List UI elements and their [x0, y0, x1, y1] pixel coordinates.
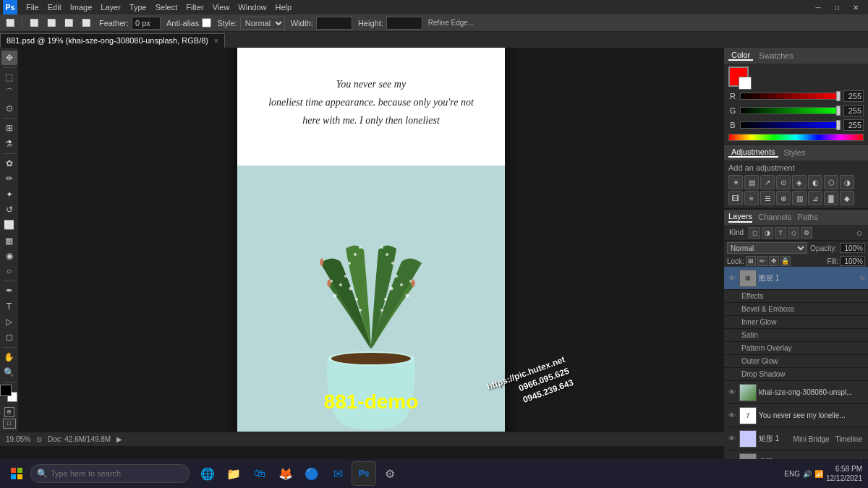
menu-help[interactable]: Help [271, 0, 296, 14]
screen-mode-btn[interactable]: □ [3, 419, 16, 429]
bw-btn[interactable]: ◑ [840, 175, 854, 189]
layer-1-visibility[interactable]: 👁 [727, 273, 737, 283]
inner-glow-effect[interactable]: Inner Glow [724, 316, 868, 329]
crop-tool[interactable]: ⊞ [1, 121, 17, 135]
hand-tool[interactable]: ✋ [1, 350, 17, 364]
menu-type[interactable]: Type [125, 0, 151, 14]
taskbar-store-icon[interactable]: 🛍 [247, 461, 272, 486]
layer-item-1[interactable]: 👁 ▦ 图层 1 fx [724, 267, 868, 290]
menu-file[interactable]: File [22, 0, 43, 14]
curves-btn[interactable]: ↗ [760, 175, 775, 189]
layers-tab[interactable]: Layers [728, 212, 752, 223]
channels-tab[interactable]: Channels [758, 213, 791, 222]
marquee-tool[interactable]: ⬜ [27, 16, 41, 30]
refine-edge-btn[interactable]: Refine Edge... [425, 16, 477, 30]
filter-type-btn[interactable]: T [775, 227, 786, 239]
color-balance-btn[interactable]: ⬡ [824, 175, 838, 189]
styles-tab[interactable]: Styles [781, 148, 809, 157]
lock-transparent-btn[interactable]: ⊞ [746, 256, 756, 266]
tray-icon-2[interactable]: 📶 [814, 470, 823, 478]
fill-input[interactable] [840, 256, 865, 266]
healing-brush-tool[interactable]: ✿ [1, 156, 17, 171]
tab-close-btn[interactable]: × [214, 37, 218, 45]
menu-layer[interactable]: Layer [96, 0, 125, 14]
taskbar-folder-icon[interactable]: 📁 [221, 461, 246, 486]
layer-item-3[interactable]: 👁 T You never see my lonelie... [724, 404, 868, 427]
pattern-overlay-effect[interactable]: Pattern Overlay [724, 342, 868, 355]
r-value-input[interactable] [843, 90, 864, 102]
paths-tab[interactable]: Paths [798, 213, 818, 222]
zoom-tool[interactable]: 🔍 [1, 365, 17, 380]
eraser-tool[interactable]: ⬜ [1, 218, 17, 232]
color-panel-header[interactable]: Color Swatches [724, 48, 868, 64]
color-picker[interactable] [0, 385, 19, 403]
bevel-emboss-effect[interactable]: Bevel & Emboss [724, 303, 868, 316]
menu-window[interactable]: Window [234, 0, 271, 14]
filter-pixel-btn[interactable]: ◻ [749, 227, 760, 239]
mini-bridge-label[interactable]: Mini Bridge [793, 435, 830, 443]
opacity-input[interactable] [840, 243, 865, 253]
layer-4-visibility[interactable]: 👁 [727, 434, 737, 444]
drop-shadow-effect[interactable]: Drop Shadow [724, 368, 868, 381]
marquee-tool-icon[interactable]: ⬚ [1, 70, 17, 85]
close-button[interactable]: ✕ [846, 0, 865, 14]
maximize-button[interactable]: □ [827, 0, 846, 14]
adjustments-panel-header[interactable]: Adjustments Styles [724, 145, 868, 160]
taskbar-firefox-icon[interactable]: 🦊 [273, 461, 298, 486]
r-slider[interactable] [740, 93, 841, 100]
width-input[interactable] [316, 17, 352, 30]
layer-2-visibility[interactable]: 👁 [727, 388, 737, 398]
exposure-btn[interactable]: ⊙ [776, 175, 791, 189]
lock-image-btn[interactable]: ✏ [757, 256, 767, 266]
taskbar-edge-icon[interactable]: 🌐 [195, 461, 220, 486]
status-icon[interactable]: ⊙ [36, 435, 42, 443]
photo-filter-btn[interactable]: 🎞 [728, 191, 743, 205]
lock-all-btn[interactable]: 🔒 [780, 256, 791, 266]
color-spectrum[interactable] [728, 134, 864, 141]
layer-3-visibility[interactable]: 👁 [727, 411, 737, 421]
filter-shape-btn[interactable]: ◇ [788, 227, 799, 239]
search-box[interactable]: 🔍 [30, 464, 190, 483]
satin-effect[interactable]: Satin [724, 329, 868, 342]
main-color-swatch[interactable] [728, 67, 749, 87]
layer-item-2[interactable]: 👁 khai-sze-ong-308080-unspl... [724, 381, 868, 404]
vibrance-btn[interactable]: ◈ [792, 175, 807, 189]
height-input[interactable] [386, 17, 422, 30]
quick-mask-btn[interactable]: ⊕ [4, 407, 14, 417]
foreground-color[interactable] [0, 385, 12, 396]
g-value-input[interactable] [843, 105, 864, 116]
color-tab[interactable]: Color [728, 51, 753, 61]
gradient-tool[interactable]: ▦ [1, 233, 17, 247]
menu-select[interactable]: Select [151, 0, 182, 14]
taskbar-chrome-icon[interactable]: 🔵 [299, 461, 324, 486]
style-select[interactable]: Normal [240, 17, 285, 30]
outer-glow-effect[interactable]: Outer Glow [724, 355, 868, 368]
taskbar-ps-icon[interactable]: Ps [352, 461, 376, 486]
search-input[interactable] [51, 469, 181, 478]
feather-input[interactable] [132, 17, 161, 30]
marquee-tool-2[interactable]: ⬜ [44, 16, 59, 30]
document-tab[interactable]: 881.psd @ 19% (khai-sze-ong-308080-unspl… [0, 33, 225, 48]
b-value-input[interactable] [843, 119, 864, 131]
filter-adj-btn[interactable]: ◑ [762, 227, 773, 239]
invert-btn[interactable]: ⊗ [776, 191, 791, 205]
selective-color-btn[interactable]: ◆ [840, 191, 854, 205]
shape-tool[interactable]: ◻ [1, 330, 17, 344]
menu-edit[interactable]: Edit [43, 0, 66, 14]
posterize-btn[interactable]: ▥ [792, 191, 807, 205]
levels-btn[interactable]: ▤ [744, 175, 759, 189]
filter-toggle-btn[interactable]: ○ [854, 227, 865, 239]
marquee-tool-4[interactable]: ⬜ [79, 16, 93, 30]
minimize-button[interactable]: ─ [809, 0, 827, 14]
eyedropper-tool[interactable]: ⚗ [1, 136, 17, 150]
tool-options-btn[interactable]: ⬜ [3, 16, 17, 30]
taskbar-extra-icon[interactable]: ⚙ [378, 461, 402, 486]
move-tool[interactable]: ✥ [1, 51, 17, 65]
threshold-btn[interactable]: ⊿ [808, 191, 822, 205]
pen-tool[interactable]: ✒ [1, 283, 17, 298]
marquee-tool-3[interactable]: ⬜ [61, 16, 76, 30]
anti-alias-checkbox[interactable] [202, 18, 211, 27]
path-selection-tool[interactable]: ▷ [1, 314, 17, 329]
menu-filter[interactable]: Filter [182, 0, 208, 14]
taskbar-mail-icon[interactable]: ✉ [326, 461, 350, 486]
